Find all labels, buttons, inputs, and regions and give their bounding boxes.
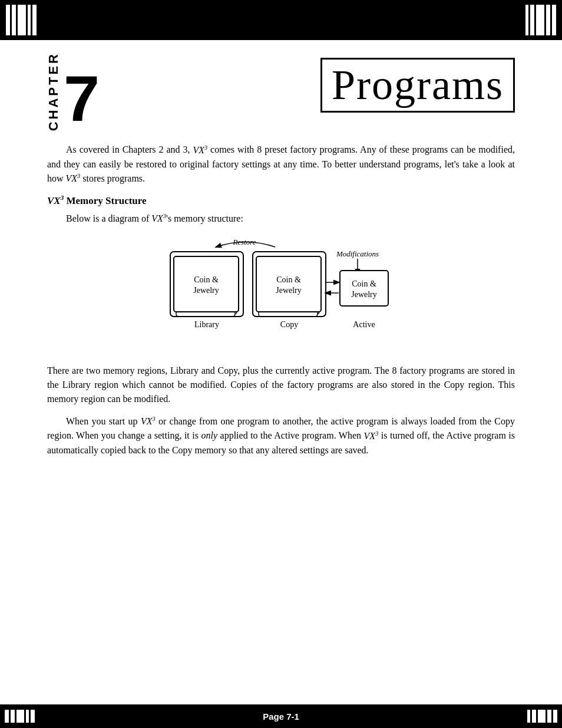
library-footer-label: Library	[194, 320, 219, 329]
header-bar	[0, 0, 562, 40]
chapter-header: CHAPTER 7 Programs	[0, 40, 562, 137]
bar	[552, 5, 556, 35]
header-center	[42, 0, 520, 40]
footer-bar-stripe	[527, 710, 530, 723]
footer-bar-stripe	[553, 710, 557, 723]
bar	[546, 5, 550, 35]
library-box	[174, 256, 239, 312]
active-box	[340, 271, 388, 306]
footer-bar-stripe	[16, 710, 24, 723]
modifications-label: Modifications	[336, 249, 379, 258]
copy-box	[256, 256, 321, 312]
chapter-title: Programs	[320, 58, 515, 113]
section-heading: VX3 Memory Structure	[47, 194, 515, 207]
footer-right-stripes	[523, 704, 562, 728]
footer-bar-stripe	[11, 710, 15, 723]
bar	[6, 5, 10, 35]
library-label-line1: Coin &	[194, 275, 219, 284]
body-paragraph-2: When you start up VX3 or change from one…	[47, 414, 515, 457]
active-label-line2: Jewelry	[351, 290, 377, 299]
chapter-label-wrapper: CHAPTER 7	[47, 52, 100, 131]
footer-bar-stripe	[532, 710, 536, 723]
bar	[12, 5, 16, 35]
bar	[536, 5, 544, 35]
body-paragraph-1: There are two memory regions, Library an…	[47, 364, 515, 406]
copy-label-line2: Jewelry	[276, 286, 302, 295]
active-footer-label: Active	[353, 320, 375, 329]
section-heading-text: Memory Structure	[64, 195, 146, 206]
bar	[525, 5, 528, 35]
footer-center: Page 7-1	[39, 711, 523, 722]
active-label-line1: Coin &	[352, 279, 376, 288]
footer-bar-stripe	[31, 710, 35, 723]
footer-bar: Page 7-1	[0, 704, 562, 728]
footer-left-stripes	[0, 704, 39, 728]
memory-diagram: Restore Modifications Coin & Jewelry	[140, 234, 422, 352]
chapter-left: CHAPTER 7	[47, 52, 100, 131]
bar	[530, 5, 534, 35]
chapter-title-right: Programs	[100, 52, 515, 113]
chapter-label: CHAPTER	[47, 52, 60, 131]
footer-bar-stripe	[5, 710, 9, 723]
page: CHAPTER 7 Programs As covered in Chapter…	[0, 0, 562, 728]
section-heading-vx: VX3	[47, 195, 64, 206]
chapter-number: 7	[64, 66, 100, 131]
footer-bar-stripe	[547, 710, 551, 723]
bar	[18, 5, 26, 35]
footer-page-label: Page 7-1	[263, 711, 299, 722]
footer-bar-stripe	[538, 710, 546, 723]
content: As covered in Chapters 2 and 3, VX3 come…	[0, 137, 562, 477]
diagram-caption: Below is a diagram of VX3's memory struc…	[47, 212, 515, 226]
header-right-stripes	[520, 0, 562, 40]
library-label-line2: Jewelry	[193, 286, 219, 295]
footer-bar-stripe	[26, 710, 29, 723]
header-left-stripes	[0, 0, 42, 40]
copy-footer-label: Copy	[280, 320, 298, 329]
copy-label-line1: Coin &	[276, 275, 301, 284]
bar	[32, 5, 37, 35]
intro-paragraph: As covered in Chapters 2 and 3, VX3 come…	[47, 143, 515, 186]
bar	[28, 5, 31, 35]
diagram-container: Restore Modifications Coin & Jewelry	[47, 234, 515, 352]
